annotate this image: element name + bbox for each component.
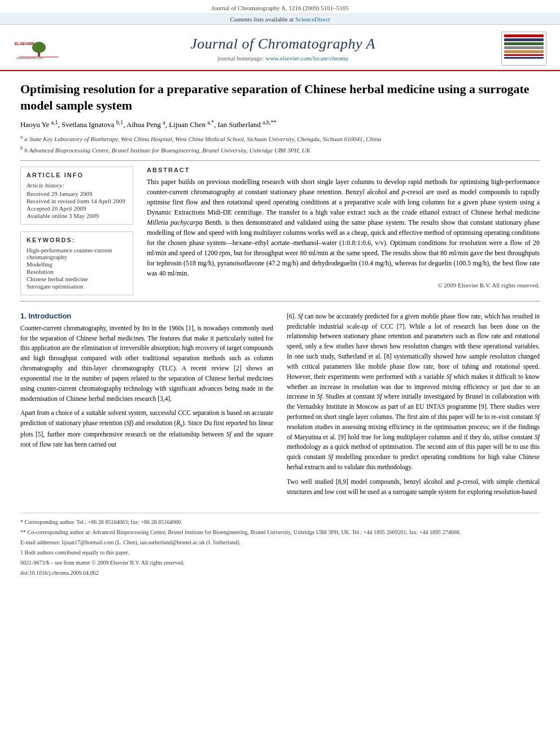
right-para-1: [6]. Sf can now be accurately predicted … xyxy=(287,312,540,473)
journal-homepage: journal homepage: www.elsevier.com/locat… xyxy=(64,55,501,62)
keywords-box: Keywords: High-performance counter-curre… xyxy=(20,231,133,295)
equal-contribution-note: 1 Both authors contributed equally to th… xyxy=(20,548,540,557)
body-left-col: 1. Introduction Counter-current chromato… xyxy=(20,312,273,502)
received-date: Received 29 January 2009 xyxy=(27,190,127,197)
intro-heading: 1. Introduction xyxy=(20,312,273,320)
contents-text: Contents lists available at xyxy=(230,16,294,23)
keyword-5: Surrogate optimisation xyxy=(27,283,127,290)
authors-line: Haoyu Ye a,1, Svetlana Ignatova b,1, Aih… xyxy=(20,119,540,129)
keywords-label: Keywords: xyxy=(27,237,127,243)
keyword-2: Modelling xyxy=(27,261,127,268)
copyright-line: © 2009 Elsevier B.V. All rights reserved… xyxy=(147,282,540,289)
affil-a: a a State Key Laboratory of Biotherapy, … xyxy=(20,133,540,143)
article-info-label: ARTICLE INFO xyxy=(27,172,127,178)
revised-date: Received in revised form 14 April 2009 xyxy=(27,198,127,204)
co-corresponding-note: ** Co-corresponding author at: Advanced … xyxy=(20,528,540,536)
available-date: Available online 3 May 2009 xyxy=(27,212,127,219)
article-info-box: ARTICLE INFO Article history: Received 2… xyxy=(20,167,133,225)
keyword-4: Chinese herbal medicine xyxy=(27,276,127,282)
article-title: Optimising resolution for a preparative … xyxy=(20,81,540,113)
elsevier-logo: ELSEVIER www.elsevier.com xyxy=(14,37,64,60)
cover-line-5 xyxy=(504,50,544,53)
cover-line-6 xyxy=(504,54,544,56)
journal-citation-bar: Journal of Chromatography A, 1216 (2009)… xyxy=(0,0,560,14)
elsevier-logo-area: ELSEVIER www.elsevier.com xyxy=(14,37,64,60)
intro-para-1: Counter-current chromatography, invented… xyxy=(20,324,273,404)
email-note: E-mail addresses: lijuan17@hotmail.com (… xyxy=(20,538,540,547)
divider-1 xyxy=(20,160,540,161)
body-right-col: [6]. Sf can now be accurately predicted … xyxy=(287,312,540,502)
affil-b: b b Advanced Bioprocessing Centre, Brune… xyxy=(20,145,540,155)
body-two-col: 1. Introduction Counter-current chromato… xyxy=(20,312,540,502)
intro-para-2: Apart from a choice of a suitable solven… xyxy=(20,408,273,450)
right-para-2: Two well studied [8,9] model compounds, … xyxy=(287,477,540,497)
phase-system-text: phase system xyxy=(368,219,405,226)
journal-title-area: Journal of Chromatography A journal home… xyxy=(64,36,501,62)
svg-rect-3 xyxy=(38,52,40,56)
doi-line: doi:10.1016/j.chroma.2009.04.062 xyxy=(20,569,540,577)
affiliations: a a State Key Laboratory of Biotherapy, … xyxy=(20,133,540,155)
abstract-label: ABSTRACT xyxy=(147,167,540,173)
cover-line-7 xyxy=(504,57,544,59)
divider-2 xyxy=(20,301,540,302)
abstract-text: This paper builds on previous modelling … xyxy=(147,177,540,278)
info-abstract-section: ARTICLE INFO Article history: Received 2… xyxy=(20,167,540,295)
cover-lines xyxy=(502,32,546,61)
sciencedirect-link[interactable]: ScienceDirect xyxy=(295,16,330,23)
body-content: 1. Introduction Counter-current chromato… xyxy=(20,312,540,502)
cover-line-3 xyxy=(504,42,544,45)
history-label: Article history: xyxy=(27,182,127,189)
journal-title: Journal of Chromatography A xyxy=(64,36,501,53)
keyword-1: High-performance counter-current chromat… xyxy=(27,247,127,260)
article-footer: * Corresponding author. Tel.: +86 28 851… xyxy=(20,513,540,577)
journal-cover-thumbnail xyxy=(501,32,546,65)
keyword-3: Resolution xyxy=(27,268,127,275)
cover-line-4 xyxy=(504,46,544,49)
svg-point-2 xyxy=(32,42,46,53)
journal-citation: Journal of Chromatography A, 1216 (2009)… xyxy=(211,5,349,11)
svg-text:www.elsevier.com: www.elsevier.com xyxy=(16,56,43,60)
cover-line-1 xyxy=(504,34,544,37)
homepage-link[interactable]: www.elsevier.com/locate/chroma xyxy=(265,55,348,62)
article-info-column: ARTICLE INFO Article history: Received 2… xyxy=(20,167,133,295)
issn-line: 0021-9673/$ – see front matter © 2009 El… xyxy=(20,558,540,567)
abstract-column: ABSTRACT This paper builds on previous m… xyxy=(147,167,540,295)
journal-header: ELSEVIER www.elsevier.com Journal of Chr… xyxy=(0,25,560,71)
page-wrapper: Journal of Chromatography A, 1216 (2009)… xyxy=(0,0,560,747)
svg-text:ELSEVIER: ELSEVIER xyxy=(15,42,34,46)
accepted-date: Accepted 20 April 2009 xyxy=(27,205,127,212)
homepage-label: journal homepage: xyxy=(217,55,264,62)
article-container: Optimising resolution for a preparative … xyxy=(0,71,560,596)
cover-line-2 xyxy=(504,38,544,41)
corresponding-note: * Corresponding author. Tel.: +86 28 851… xyxy=(20,518,540,526)
contents-bar: Contents lists available at ScienceDirec… xyxy=(0,14,560,25)
